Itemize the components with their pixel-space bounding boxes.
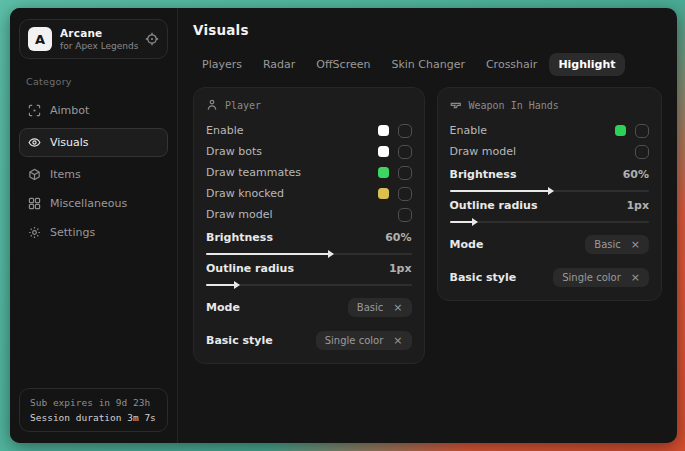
slider-thumb[interactable] — [548, 187, 554, 195]
player-icon — [206, 99, 218, 111]
slider-thumb[interactable] — [328, 250, 334, 258]
color-swatch[interactable] — [378, 146, 389, 157]
setting-label: Draw bots — [206, 145, 378, 158]
checkbox[interactable] — [398, 187, 412, 201]
app-subtitle: for Apex Legends — [60, 41, 137, 51]
checkbox[interactable] — [398, 145, 412, 159]
setting-row-basic-style: Basic style Single color × — [206, 328, 412, 352]
gear-icon — [28, 226, 41, 239]
setting-label: Draw model — [450, 145, 636, 158]
sidebar-item-label: Items — [50, 168, 81, 181]
brightness-slider[interactable] — [450, 190, 650, 192]
brightness-slider[interactable] — [206, 253, 412, 255]
cube-icon — [28, 168, 41, 181]
sidebar-item-aimbot[interactable]: Aimbot — [19, 97, 168, 124]
panels-container: Player Enable Draw bots Draw teammates — [193, 87, 662, 364]
setting-row-draw-bots: Draw bots — [206, 141, 412, 162]
sidebar-item-label: Aimbot — [50, 104, 89, 117]
slider-value: 60% — [623, 168, 649, 181]
basic-style-tag[interactable]: Single color × — [553, 268, 649, 287]
setting-label: Brightness — [206, 231, 385, 244]
sidebar: A Arcane for Apex Legends Category Aimbo — [10, 8, 178, 443]
mode-tag[interactable]: Basic × — [585, 235, 649, 254]
mode-tag[interactable]: Basic × — [348, 298, 412, 317]
close-icon[interactable]: × — [393, 302, 402, 313]
tag-label: Basic — [357, 302, 383, 313]
sidebar-item-miscellaneous[interactable]: Miscellaneous — [19, 190, 168, 217]
session-info: Sub expires in 9d 23h Session duration 3… — [19, 388, 168, 432]
color-swatch[interactable] — [378, 125, 389, 136]
target-icon[interactable] — [145, 32, 159, 46]
tab-offscreen[interactable]: OffScreen — [307, 53, 379, 76]
crosshair-icon — [28, 104, 41, 117]
setting-label: Enable — [450, 124, 616, 137]
app-title-block: Arcane for Apex Legends — [60, 27, 137, 51]
checkbox[interactable] — [398, 166, 412, 180]
setting-row-mode: Mode Basic × — [206, 295, 412, 319]
sidebar-item-visuals[interactable]: Visuals — [19, 128, 168, 157]
setting-label: Draw knocked — [206, 187, 378, 200]
checkbox[interactable] — [398, 208, 412, 222]
app-window: A Arcane for Apex Legends Category Aimbo — [10, 8, 677, 443]
eye-icon — [28, 136, 41, 149]
weapon-icon — [450, 99, 462, 111]
app-header: A Arcane for Apex Legends — [19, 19, 168, 59]
setting-label: Draw teammates — [206, 166, 378, 179]
setting-label: Outline radius — [206, 262, 389, 275]
category-label: Category — [26, 76, 161, 87]
tab-skin-changer[interactable]: Skin Changer — [382, 53, 474, 76]
slider-value: 1px — [389, 262, 412, 275]
setting-row-enable: Enable — [450, 120, 650, 141]
setting-label: Outline radius — [450, 199, 627, 212]
outline-radius-slider[interactable] — [450, 221, 650, 223]
outline-radius-slider[interactable] — [206, 284, 412, 286]
basic-style-tag[interactable]: Single color × — [316, 331, 412, 350]
color-swatch[interactable] — [615, 125, 626, 136]
panel-header: Player — [206, 99, 412, 111]
close-icon[interactable]: × — [631, 272, 640, 283]
sidebar-item-label: Settings — [50, 226, 95, 239]
main-content: Visuals Players Radar OffScreen Skin Cha… — [178, 8, 677, 443]
setting-row-draw-teammates: Draw teammates — [206, 162, 412, 183]
close-icon[interactable]: × — [631, 239, 640, 250]
setting-row-mode: Mode Basic × — [450, 232, 650, 256]
color-swatch[interactable] — [378, 188, 389, 199]
setting-label: Draw model — [206, 208, 398, 221]
tag-label: Single color — [562, 272, 621, 283]
setting-label: Basic style — [206, 334, 316, 347]
setting-row-draw-model: Draw model — [206, 204, 412, 225]
sidebar-item-settings[interactable]: Settings — [19, 219, 168, 246]
slider-thumb[interactable] — [234, 281, 240, 289]
close-icon[interactable]: × — [393, 335, 402, 346]
sub-expires-text: Sub expires in 9d 23h — [30, 397, 157, 408]
tab-crosshair[interactable]: Crosshair — [477, 53, 546, 76]
grid-icon — [28, 197, 41, 210]
panel-title: Weapon In Hands — [469, 100, 559, 111]
tab-players[interactable]: Players — [193, 53, 251, 76]
sidebar-item-label: Miscellaneous — [50, 197, 127, 210]
setting-label: Basic style — [450, 271, 554, 284]
checkbox[interactable] — [635, 124, 649, 138]
player-panel: Player Enable Draw bots Draw teammates — [193, 87, 425, 364]
page-title: Visuals — [193, 22, 662, 38]
color-swatch[interactable] — [378, 167, 389, 178]
tag-label: Single color — [325, 335, 384, 346]
checkbox[interactable] — [635, 145, 649, 159]
sidebar-item-label: Visuals — [50, 136, 89, 149]
setting-row-draw-model: Draw model — [450, 141, 650, 162]
setting-row-outline-radius: Outline radius 1px — [450, 199, 650, 223]
checkbox[interactable] — [398, 124, 412, 138]
setting-row-brightness: Brightness 60% — [206, 231, 412, 255]
panel-header: Weapon In Hands — [450, 99, 650, 111]
tag-label: Basic — [594, 239, 620, 250]
tab-radar[interactable]: Radar — [254, 53, 304, 76]
tab-bar: Players Radar OffScreen Skin Changer Cro… — [193, 53, 662, 76]
session-duration-text: Session duration 3m 7s — [30, 412, 157, 423]
slider-thumb[interactable] — [472, 218, 478, 226]
app-name: Arcane — [60, 27, 137, 39]
app-logo: A — [28, 27, 52, 51]
setting-label: Mode — [206, 301, 348, 314]
panel-title: Player — [225, 100, 261, 111]
sidebar-item-items[interactable]: Items — [19, 161, 168, 188]
tab-highlight[interactable]: Highlight — [549, 53, 624, 76]
